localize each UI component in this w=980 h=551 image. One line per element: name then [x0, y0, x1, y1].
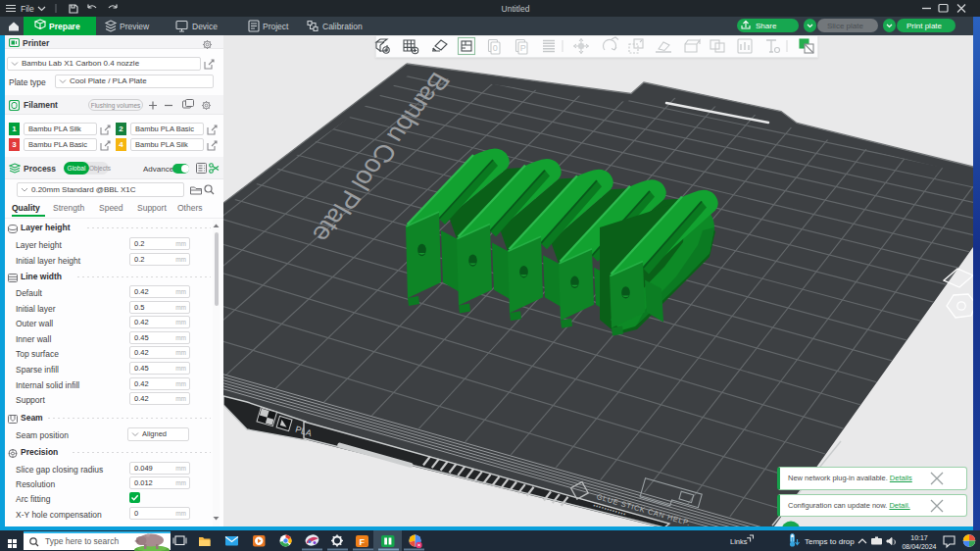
svg-text:Links: Links — [730, 537, 748, 546]
svg-text:Temps to drop: Temps to drop — [805, 537, 855, 546]
svg-text:10:17: 10:17 — [910, 534, 928, 541]
svg-text:0: 0 — [493, 43, 498, 53]
svg-text:08/04/2024: 08/04/2024 — [902, 543, 936, 550]
svg-text:P: P — [520, 43, 526, 53]
